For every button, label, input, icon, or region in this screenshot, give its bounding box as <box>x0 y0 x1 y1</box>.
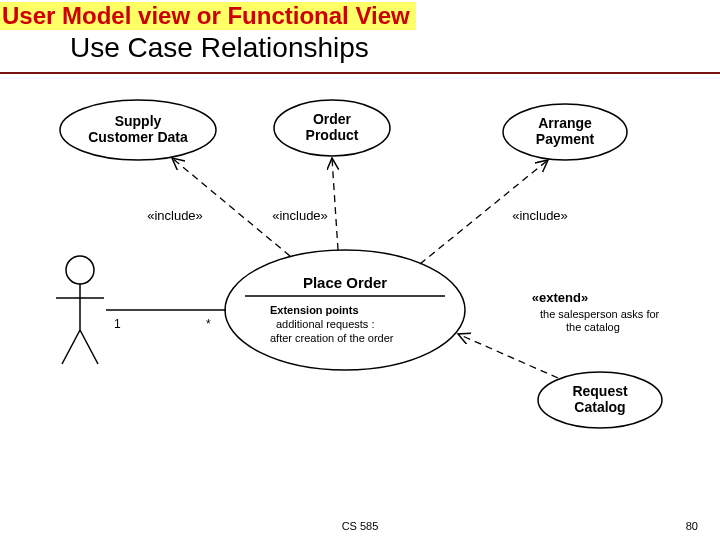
use-case-diagram: Supply Customer Data Order Product Arran… <box>0 80 720 490</box>
uc-arrange-l2: Payment <box>536 131 595 147</box>
include-label-3: «include» <box>512 208 568 223</box>
place-order-ext1: additional requests : <box>276 318 374 330</box>
svg-line-3 <box>62 330 80 364</box>
footer-center: CS 585 <box>0 520 720 532</box>
multiplicity-1: 1 <box>114 317 121 331</box>
request-catalog-l2: Catalog <box>574 399 625 415</box>
title-rule <box>0 72 720 74</box>
include-arrow-order <box>332 158 338 250</box>
multiplicity-star: * <box>206 317 211 331</box>
svg-point-0 <box>66 256 94 284</box>
uc-supply-l2: Customer Data <box>88 129 188 145</box>
extend-note-2: the catalog <box>566 321 620 333</box>
extend-label: «extend» <box>532 290 588 305</box>
place-order-title: Place Order <box>303 274 387 291</box>
place-order-ext2: after creation of the order <box>270 332 394 344</box>
page-number: 80 <box>686 520 698 532</box>
extend-note-1: the salesperson asks for <box>540 308 660 320</box>
include-label-1: «include» <box>147 208 203 223</box>
page-title: Use Case Relationships <box>70 32 369 64</box>
uc-order-l2: Product <box>306 127 359 143</box>
include-arrow-supply <box>172 158 290 256</box>
extend-arrow <box>458 334 558 378</box>
actor <box>56 256 104 364</box>
uc-order-l1: Order <box>313 111 352 127</box>
svg-line-4 <box>80 330 98 364</box>
header-strip: User Model view or Functional View <box>0 2 416 30</box>
include-label-2: «include» <box>272 208 328 223</box>
place-order-ext-head: Extension points <box>270 304 359 316</box>
uc-supply-l1: Supply <box>115 113 162 129</box>
uc-arrange-l1: Arrange <box>538 115 592 131</box>
request-catalog-l1: Request <box>572 383 628 399</box>
diagram-stage: Supply Customer Data Order Product Arran… <box>0 80 720 490</box>
